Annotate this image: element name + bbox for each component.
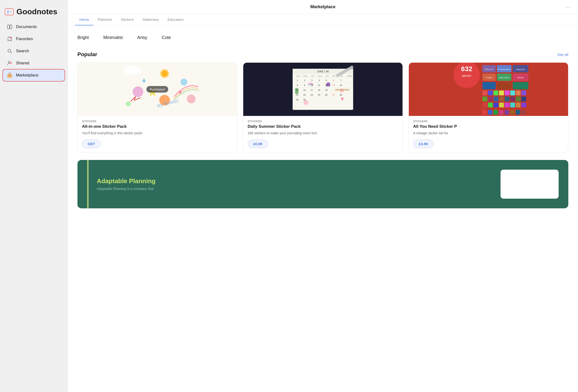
svg-text:14: 14 bbox=[339, 84, 342, 87]
svg-point-16 bbox=[133, 87, 143, 97]
svg-rect-98 bbox=[493, 90, 498, 95]
tab-stationary[interactable]: Stationary bbox=[138, 14, 163, 25]
svg-text:TUE: TUE bbox=[311, 75, 314, 77]
product-price-button-3[interactable]: £3.99 bbox=[413, 140, 434, 148]
svg-point-17 bbox=[181, 79, 187, 86]
svg-point-7 bbox=[11, 63, 11, 63]
svg-text:THU: THU bbox=[325, 75, 329, 77]
sidebar-item-favorites[interactable]: Favorites bbox=[3, 33, 65, 45]
svg-text:5: 5 bbox=[326, 79, 327, 82]
svg-rect-112 bbox=[482, 103, 487, 107]
svg-text:2: 2 bbox=[304, 79, 305, 82]
svg-text:23: 23 bbox=[303, 94, 306, 96]
see-all-button[interactable]: See all bbox=[557, 52, 568, 57]
svg-rect-1 bbox=[10, 25, 12, 29]
product-image-1: My Birthday Purchased bbox=[78, 63, 237, 116]
tab-planners[interactable]: Planners bbox=[94, 14, 116, 25]
sidebar-item-marketplace-label: Marketplace bbox=[16, 73, 39, 78]
svg-text:29: 29 bbox=[296, 98, 298, 101]
product-card-daily-summer[interactable]: JUNE 1 06 SUN MON TUE WED THU FRI SAT ME… bbox=[243, 62, 403, 153]
svg-text:18: 18 bbox=[318, 89, 320, 91]
documents-icon bbox=[7, 24, 13, 30]
svg-rect-116 bbox=[505, 103, 510, 107]
svg-rect-113 bbox=[488, 103, 493, 107]
sidebar-toggle-button[interactable] bbox=[5, 8, 13, 15]
svg-point-14 bbox=[162, 71, 167, 77]
product-name-3: All You Need Sticker P bbox=[413, 124, 564, 129]
tab-stickers[interactable]: Stickers bbox=[116, 14, 138, 25]
svg-rect-118 bbox=[516, 103, 521, 107]
svg-text:16: 16 bbox=[303, 89, 306, 91]
svg-point-12 bbox=[132, 68, 142, 75]
product-desc-3: A vintage sticker set for bbox=[413, 131, 564, 136]
marketplace-icon bbox=[7, 72, 13, 78]
svg-text:pieces: pieces bbox=[462, 74, 471, 78]
svg-text:12: 12 bbox=[325, 84, 328, 87]
banner-accent bbox=[87, 160, 89, 208]
product-get-button-1[interactable]: GET bbox=[82, 140, 101, 148]
popular-title: Popular bbox=[77, 51, 97, 58]
product-price-button-2[interactable]: £0.99 bbox=[248, 140, 268, 148]
sidebar-item-marketplace[interactable]: Marketplace bbox=[3, 69, 65, 81]
popular-section-header: Popular See all bbox=[77, 51, 568, 58]
svg-text:15: 15 bbox=[296, 89, 298, 91]
sidebar-header: Goodnotes bbox=[0, 5, 68, 21]
sidebar-nav: Documents Favorites Search bbox=[0, 21, 68, 81]
svg-rect-104 bbox=[482, 96, 487, 101]
sidebar-item-documents[interactable]: Documents bbox=[3, 21, 65, 33]
svg-rect-93 bbox=[482, 82, 496, 89]
svg-rect-102 bbox=[516, 90, 521, 95]
sidebar-item-search-label: Search bbox=[16, 49, 29, 53]
style-filters: Bright Minimalist Artsy Cute bbox=[77, 33, 568, 43]
svg-point-75 bbox=[303, 100, 308, 105]
tab-home[interactable]: Home bbox=[75, 14, 94, 25]
svg-text:632: 632 bbox=[461, 65, 473, 73]
product-name-2: Daily Summer Sticker Pack bbox=[248, 124, 398, 129]
product-category-2: STICKERS bbox=[248, 120, 398, 123]
adaptable-planning-banner[interactable]: Adaptable Planning Adaptable Planning is… bbox=[77, 160, 568, 208]
svg-text:9: 9 bbox=[304, 84, 305, 87]
svg-text:8: 8 bbox=[297, 84, 298, 87]
svg-text:Thank You: Thank You bbox=[484, 68, 493, 70]
style-filter-bright[interactable]: Bright bbox=[77, 35, 89, 40]
svg-text:7: 7 bbox=[340, 79, 341, 82]
page-title: Marketplace bbox=[310, 4, 336, 9]
svg-text:Birthday: Birthday bbox=[517, 77, 524, 79]
product-desc-1: You'll find everything in this sticker p… bbox=[82, 131, 233, 136]
top-bar: Marketplace ··· bbox=[68, 0, 578, 14]
style-filter-minimalist[interactable]: Minimalist bbox=[103, 35, 123, 40]
search-icon bbox=[7, 48, 13, 54]
svg-rect-9 bbox=[9, 75, 10, 76]
product-card-all-in-one[interactable]: My Birthday Purchased STICKERS All-in-on… bbox=[77, 62, 237, 153]
svg-text:13: 13 bbox=[332, 84, 335, 87]
svg-rect-111 bbox=[521, 96, 526, 101]
product-info-2: STICKERS Daily Summer Sticker Pack 268 s… bbox=[243, 116, 402, 152]
banner-description: Adaptable Planning is a company that bbox=[97, 187, 493, 191]
sidebar-item-shared[interactable]: Shared bbox=[3, 57, 65, 69]
more-options-button[interactable]: ··· bbox=[565, 4, 571, 10]
svg-line-4 bbox=[10, 52, 12, 53]
tab-education[interactable]: Education bbox=[163, 14, 188, 25]
sidebar-item-search[interactable]: Search bbox=[3, 45, 65, 57]
favorites-icon bbox=[7, 36, 13, 42]
svg-point-19 bbox=[187, 95, 195, 103]
product-card-all-you-need[interactable]: 632 pieces Thank You Congratulations Hap… bbox=[409, 62, 568, 153]
svg-rect-101 bbox=[510, 90, 515, 95]
shared-icon bbox=[7, 60, 13, 66]
svg-rect-65 bbox=[335, 89, 349, 91]
svg-rect-108 bbox=[505, 96, 510, 101]
style-filter-artsy[interactable]: Artsy bbox=[137, 35, 147, 40]
svg-rect-119 bbox=[521, 103, 526, 107]
banner-preview-image bbox=[501, 170, 559, 199]
svg-text:Baby Shower: Baby Shower bbox=[499, 77, 509, 79]
svg-text:22: 22 bbox=[296, 94, 298, 96]
svg-text:1: 1 bbox=[297, 79, 298, 82]
svg-rect-103 bbox=[521, 90, 526, 95]
content-area: Bright Minimalist Artsy Cute Popular See… bbox=[68, 25, 578, 392]
product-name-1: All-in-one Sticker Pack bbox=[82, 124, 233, 129]
style-filter-cute[interactable]: Cute bbox=[162, 35, 171, 40]
svg-point-18 bbox=[126, 101, 131, 106]
main-content: Marketplace ··· Home Planners Stickers S… bbox=[68, 0, 578, 392]
svg-rect-107 bbox=[499, 96, 504, 101]
svg-rect-95 bbox=[513, 82, 528, 89]
